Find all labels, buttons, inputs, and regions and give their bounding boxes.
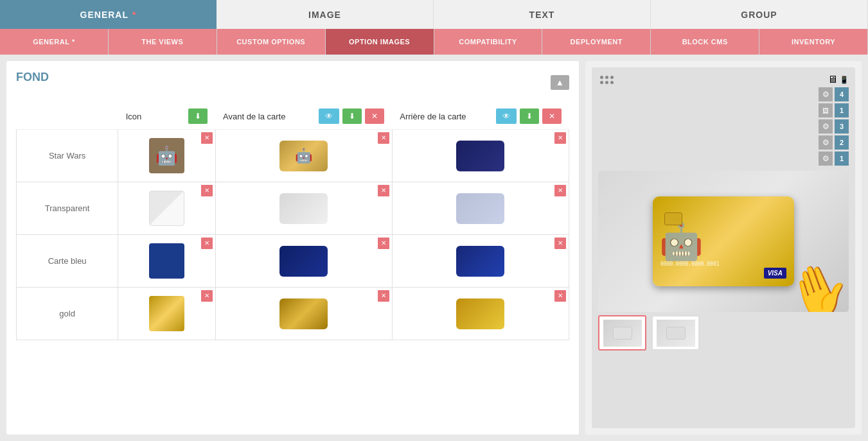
tab-image[interactable]: IMAGE <box>217 0 434 29</box>
avant-delete-starwars[interactable]: ✕ <box>378 132 389 144</box>
small-card-thumb-2 <box>666 327 686 340</box>
sub-tab-custom-options[interactable]: CUSTOM OPTIONS <box>217 29 326 55</box>
asterisk-general: * <box>132 10 136 20</box>
starwars-icon-thumb: 🤖 <box>149 138 184 173</box>
row-icon-cell: ✕ <box>118 235 215 288</box>
ctrl-gear-1[interactable]: ⚙ <box>819 151 833 166</box>
ctrl-gear-3[interactable]: ⚙ <box>819 119 833 134</box>
card-number: 0000.0000.0000.0001 <box>660 261 720 267</box>
image-table: Icon ⬇ Avant de la carte 👁 ⬇ ✕ <box>16 103 569 340</box>
arriere-delete-gold[interactable]: ✕ <box>554 290 566 302</box>
thumb-preview-1[interactable] <box>598 315 646 350</box>
main-preview-image: 🤖 VISA 0000.0000.0000.0001 ✋ <box>598 171 849 312</box>
avant-del-button[interactable]: ✕ <box>365 108 384 124</box>
card-visual: 🤖 VISA 0000.0000.0000.0001 <box>653 196 794 286</box>
icon-delete-gold[interactable]: ✕ <box>201 290 213 302</box>
icon-delete-transparent[interactable]: ✕ <box>201 185 213 196</box>
table-header-row: Icon ⬇ Avant de la carte 👁 ⬇ ✕ <box>17 103 569 130</box>
ctrl-row-2: ⚙ 2 <box>819 135 849 150</box>
row-name-cell: Transparent <box>17 182 118 235</box>
arriere-thumb-bleu <box>456 246 504 277</box>
ctrl-img-1[interactable]: 🖼 <box>819 103 833 117</box>
avant-delete-bleu[interactable]: ✕ <box>378 238 389 249</box>
avant-eye-button[interactable]: 👁 <box>319 108 339 124</box>
avant-thumb-gold <box>279 298 328 329</box>
row-icon-cell: ✕ <box>118 288 215 340</box>
sub-tab-general[interactable]: GENERAL * <box>0 29 109 55</box>
monitor-icon: 🖥 <box>828 74 838 85</box>
ctrl-row-3: ⚙ 3 <box>819 119 849 134</box>
sub-tab-the-views[interactable]: THE VIEWS <box>109 29 217 55</box>
row-avant-cell: ✕ <box>215 182 392 235</box>
ctrl-row-4: ⚙ 4 <box>819 87 849 101</box>
avant-delete-transparent[interactable]: ✕ <box>378 185 389 196</box>
avant-thumb-bleu <box>279 246 328 277</box>
transparent-icon-thumb <box>149 191 184 226</box>
bleu-icon-thumb <box>149 243 184 279</box>
sub-tab-inventory[interactable]: INVENTORY <box>759 29 868 55</box>
col-name-header <box>17 103 118 130</box>
row-avant-cell: ✕ <box>215 235 392 288</box>
card-droid-icon: 🤖 <box>659 221 704 263</box>
gold-icon-thumb <box>149 296 184 331</box>
icon-upload-button[interactable]: ⬇ <box>188 108 208 124</box>
ctrl-num-4: 4 <box>835 87 849 101</box>
arriere-delete-transparent[interactable]: ✕ <box>554 185 566 196</box>
grid-handle <box>598 74 616 86</box>
row-arriere-cell: ✕ <box>392 182 569 235</box>
top-nav: GENERAL * IMAGE TEXT GROUP <box>0 0 868 29</box>
arriere-delete-bleu[interactable]: ✕ <box>554 238 566 249</box>
row-avant-cell: ✕ <box>215 288 392 340</box>
table-row: Star Wars ✕ 🤖 ✕ 🤖 <box>17 130 569 182</box>
arriere-dl-button[interactable]: ⬇ <box>520 108 539 124</box>
icon-delete-starwars[interactable]: ✕ <box>201 132 213 144</box>
sub-tab-deployment[interactable]: DEPLOYMENT <box>542 29 651 55</box>
avant-thumb-transparent <box>279 193 328 224</box>
sub-tab-compatibility[interactable]: COMPATIBILITY <box>434 29 543 55</box>
col-avant-header: Avant de la carte 👁 ⬇ ✕ <box>215 103 392 130</box>
right-panel: 🖥 📱 ⚙ 4 🖼 1 ⚙ 3 <box>585 61 862 435</box>
arriere-eye-button[interactable]: 👁 <box>496 108 517 124</box>
ctrl-row-1: ⚙ 1 <box>819 151 849 166</box>
tab-general[interactable]: GENERAL * <box>0 0 217 29</box>
avant-dl-button[interactable]: ⬇ <box>342 108 362 124</box>
small-card-thumb-1 <box>613 327 632 340</box>
table-row: gold ✕ ✕ ✕ <box>17 288 569 340</box>
row-name-cell: Star Wars <box>17 130 118 182</box>
scroll-up-button[interactable]: ▲ <box>551 75 569 90</box>
left-panel: FOND ▲ Icon ⬇ Avant de la carte <box>6 61 579 435</box>
row-name-cell: gold <box>17 288 118 340</box>
tab-text[interactable]: TEXT <box>434 0 651 29</box>
col-icon-header: Icon ⬇ <box>118 103 215 130</box>
table-row: Carte bleu ✕ ✕ ✕ <box>17 235 569 288</box>
ctrl-num-1: 1 <box>835 151 849 166</box>
ctrl-num-img: 1 <box>835 103 849 117</box>
arriere-del-button[interactable]: ✕ <box>542 108 562 124</box>
ctrl-row-img: 🖼 1 <box>819 103 849 117</box>
col-arriere-header: Arrière de la carte 👁 ⬇ ✕ <box>392 103 569 130</box>
tab-group[interactable]: GROUP <box>651 0 868 29</box>
ctrl-num-2: 2 <box>835 135 849 150</box>
sub-tab-block-cms[interactable]: BLOCK CMS <box>651 29 759 55</box>
fond-title: FOND <box>16 71 49 84</box>
ctrl-gear-2[interactable]: ⚙ <box>819 135 833 150</box>
arriere-delete-starwars[interactable]: ✕ <box>554 132 566 144</box>
row-arriere-cell: ✕ <box>392 130 569 182</box>
tablet-icon: 📱 <box>840 76 849 84</box>
sub-tab-option-images[interactable]: OPTION IMAGES <box>326 29 434 55</box>
arriere-thumb-transparent <box>456 193 504 224</box>
row-avant-cell: ✕ 🤖 <box>215 130 392 182</box>
ctrl-gear-4[interactable]: ⚙ <box>819 87 833 101</box>
arriere-thumb-gold <box>456 298 504 329</box>
icon-delete-bleu[interactable]: ✕ <box>201 238 213 249</box>
row-icon-cell: ✕ 🤖 <box>118 130 215 182</box>
avant-delete-gold[interactable]: ✕ <box>378 290 389 302</box>
chip-visual <box>664 212 682 225</box>
ctrl-num-3: 3 <box>835 119 849 134</box>
arriere-thumb-starwars <box>456 141 504 171</box>
table-row: Transparent ✕ ✕ <box>17 182 569 235</box>
thumb-preview-2[interactable] <box>651 315 700 350</box>
main-content: FOND ▲ Icon ⬇ Avant de la carte <box>0 55 868 441</box>
sub-nav: GENERAL * THE VIEWS CUSTOM OPTIONS OPTIO… <box>0 29 868 55</box>
row-arriere-cell: ✕ <box>392 288 569 340</box>
